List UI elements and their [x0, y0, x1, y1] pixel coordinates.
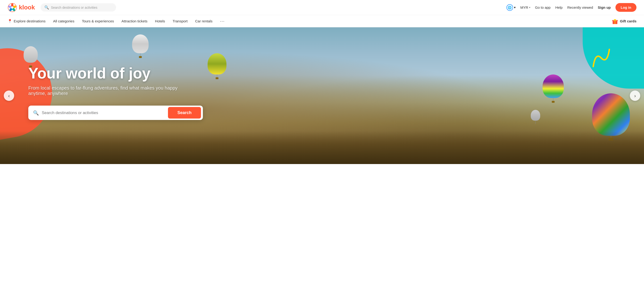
header-search-bar[interactable]: 🔍 Search destinations or activities: [40, 3, 116, 11]
balloon-5: [592, 93, 630, 136]
balloon-4: [542, 74, 564, 98]
logo[interactable]: klook: [8, 3, 35, 12]
carousel-next-button[interactable]: ›: [630, 90, 640, 101]
help-link[interactable]: Help: [555, 5, 562, 9]
hero-search-bar: 🔍 Search: [28, 106, 203, 120]
balloon-1: [24, 46, 38, 63]
hero-title: Your world of joy: [28, 65, 203, 81]
nav-label: All categories: [53, 19, 74, 23]
hero-section: Your world of joy From local escapes to …: [0, 27, 644, 164]
hero-yellow-decoration: [585, 44, 618, 75]
nav-label: Explore destinations: [14, 19, 46, 23]
language-selector[interactable]: 🌐 ▾: [506, 4, 516, 11]
nav-item-transport[interactable]: Transport: [173, 19, 188, 23]
hero-ground: [0, 131, 644, 164]
svg-point-6: [11, 6, 14, 9]
nav-item-car-rentals[interactable]: Car rentals: [195, 19, 212, 23]
signup-button[interactable]: Sign up: [598, 5, 611, 9]
hero-search-input[interactable]: [42, 111, 165, 115]
nav-item-attraction-tickets[interactable]: Attraction tickets: [122, 19, 148, 23]
nav-label: Car rentals: [195, 19, 212, 23]
balloon-2: [132, 34, 148, 53]
nav-label: Transport: [173, 19, 188, 23]
chevron-down-icon: ▾: [514, 6, 516, 9]
hero-subtitle: From local escapes to far-flung adventur…: [28, 85, 194, 96]
currency-label: MYR: [520, 5, 528, 9]
logo-text: klook: [19, 4, 35, 11]
header: klook 🔍 Search destinations or activitie…: [0, 0, 644, 15]
search-icon: 🔍: [44, 5, 49, 10]
chevron-down-icon: ▾: [529, 6, 530, 9]
nav-item-tours[interactable]: Tours & experiences: [82, 19, 114, 23]
pin-icon: 📍: [8, 19, 12, 23]
balloon-3: [208, 53, 226, 74]
login-button[interactable]: Log in: [616, 3, 636, 12]
nav-label: Hotels: [155, 19, 165, 23]
main-nav: 📍 Explore destinations All categories To…: [0, 15, 644, 27]
go-to-app-link[interactable]: Go to app: [535, 5, 550, 9]
header-search-placeholder: Search destinations or activities: [51, 6, 98, 9]
header-right: 🌐 ▾ MYR ▾ Go to app Help Recently viewed…: [506, 3, 636, 12]
klook-logo-icon: [8, 3, 17, 12]
hero-search-icon: 🔍: [33, 110, 39, 116]
gift-cards-label: Gift cards: [620, 19, 636, 23]
nav-item-hotels[interactable]: Hotels: [155, 19, 165, 23]
nav-label: Attraction tickets: [122, 19, 148, 23]
hero-search-button[interactable]: Search: [168, 107, 201, 119]
balloon-6: [531, 110, 540, 121]
nav-item-explore-destinations[interactable]: 📍 Explore destinations: [8, 19, 46, 23]
gift-icon: [612, 18, 618, 24]
more-categories-button[interactable]: ···: [220, 18, 225, 24]
currency-selector[interactable]: MYR ▾: [520, 5, 530, 9]
carousel-prev-button[interactable]: ‹: [4, 90, 14, 101]
recently-viewed-link[interactable]: Recently viewed: [567, 5, 593, 9]
nav-item-gift-cards[interactable]: Gift cards: [612, 18, 636, 24]
hero-content: Your world of joy From local escapes to …: [28, 65, 203, 120]
globe-icon: 🌐: [506, 4, 513, 11]
nav-item-all-categories[interactable]: All categories: [53, 19, 74, 23]
nav-label: Tours & experiences: [82, 19, 114, 23]
